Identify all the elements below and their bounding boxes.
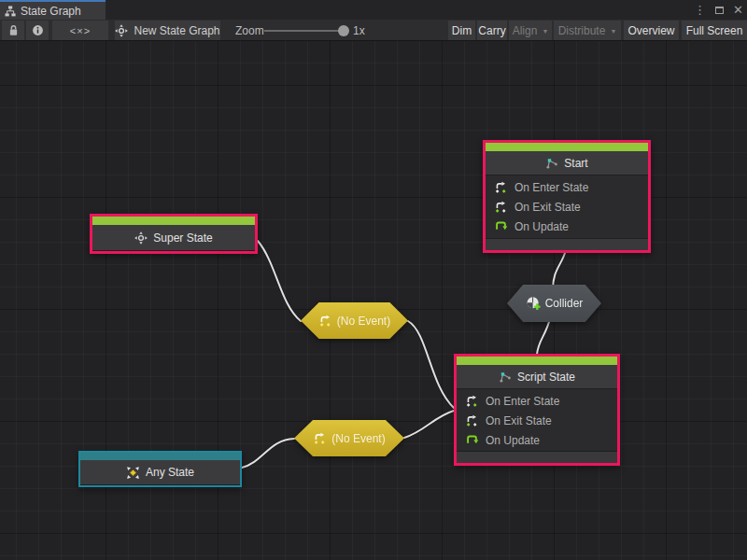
event-row-on-enter[interactable]: On Enter State <box>457 391 617 411</box>
no-event-icon <box>313 431 327 445</box>
event-label: On Enter State <box>514 181 588 194</box>
graph-toolbar: <×> New State Graph Zoom 1x Dim Carry Al… <box>0 20 747 41</box>
on-update-icon <box>494 219 508 233</box>
collider-icon <box>526 296 541 311</box>
state-header-bar <box>486 143 648 151</box>
full-screen-button[interactable]: Full Screen <box>682 21 747 40</box>
node-script-state[interactable]: Script State On Enter State <box>454 354 620 466</box>
distribute-button-label: Distribute <box>558 24 606 37</box>
on-enter-state-icon <box>494 180 508 194</box>
window-maximize-icon[interactable] <box>715 7 724 14</box>
code-view-button[interactable]: <×> <box>52 21 108 40</box>
node-any-state[interactable]: Any State <box>78 451 242 487</box>
zoom-slider[interactable] <box>264 30 344 32</box>
on-exit-state-icon <box>465 413 479 427</box>
full-screen-button-label: Full Screen <box>686 24 743 37</box>
graph-name-label: New State Graph <box>134 24 219 37</box>
event-row-on-update[interactable]: On Update <box>486 217 648 236</box>
wire-noevent-to-scriptstate[interactable] <box>408 321 454 408</box>
node-footer <box>457 451 617 463</box>
node-collider-transition[interactable]: Collider <box>507 285 601 322</box>
node-title: Script State <box>517 371 575 384</box>
tab-label: State Graph <box>21 5 81 18</box>
graph-canvas[interactable]: Super State Start <box>0 41 747 560</box>
state-header-bar <box>457 357 617 365</box>
node-footer <box>486 238 648 250</box>
node-start[interactable]: Start On Enter State <box>483 140 651 253</box>
align-button-label: Align <box>513 24 538 37</box>
window-menu-icon[interactable]: ⋮ <box>694 4 706 16</box>
lock-button[interactable] <box>2 21 24 40</box>
transition-label: Collider <box>545 297 584 310</box>
info-icon <box>32 24 44 36</box>
event-row-on-enter[interactable]: On Enter State <box>486 177 648 197</box>
tab-strip: State Graph ⋮ ✕ <box>0 0 747 20</box>
node-title: Super State <box>153 231 212 245</box>
overview-button[interactable]: Overview <box>624 21 679 40</box>
event-label: On Update <box>486 434 540 447</box>
lock-icon <box>8 24 19 36</box>
graph-icon <box>115 24 128 37</box>
chevron-down-icon: ▼ <box>610 28 616 35</box>
zoom-label: Zoom <box>235 20 264 41</box>
code-icon: <×> <box>70 25 91 36</box>
distribute-button: Distribute ▼ <box>554 21 621 40</box>
event-label: On Exit State <box>514 201 581 214</box>
overview-button-label: Overview <box>627 24 674 37</box>
dim-button-label: Dim <box>452 24 472 37</box>
transition-label: (No Event) <box>331 432 385 445</box>
tab-state-graph[interactable]: State Graph <box>0 0 106 20</box>
node-title: Start <box>564 157 587 170</box>
carry-button-label: Carry <box>478 24 505 37</box>
carry-button[interactable]: Carry <box>477 21 507 40</box>
super-state-icon <box>134 231 148 245</box>
transition-label: (No Event) <box>337 315 390 328</box>
node-super-state[interactable]: Super State <box>90 214 258 254</box>
state-graph-tab-icon <box>5 6 16 17</box>
dim-button[interactable]: Dim <box>448 21 475 40</box>
on-update-icon <box>465 433 479 447</box>
node-title: Any State <box>146 466 194 479</box>
zoom-value: 1x <box>353 20 365 41</box>
event-label: On Enter State <box>486 395 559 408</box>
event-label: On Exit State <box>486 414 552 427</box>
any-state-icon <box>126 466 140 480</box>
state-header-bar <box>92 217 255 225</box>
flow-graph-icon <box>545 158 558 169</box>
no-event-icon <box>318 314 332 328</box>
chevron-down-icon: ▼ <box>542 28 548 35</box>
node-no-event-transition-top[interactable]: (No Event) <box>301 302 408 339</box>
event-label: On Update <box>514 220 569 233</box>
graph-breadcrumb[interactable]: New State Graph <box>115 21 220 40</box>
any-state-header-bar <box>80 453 240 460</box>
node-no-event-transition-bottom[interactable]: (No Event) <box>294 420 404 456</box>
on-exit-state-icon <box>494 200 508 214</box>
window-close-icon[interactable]: ✕ <box>733 4 743 16</box>
align-button: Align ▼ <box>509 21 552 40</box>
event-row-on-update[interactable]: On Update <box>457 430 617 450</box>
info-button[interactable] <box>26 21 49 40</box>
on-enter-state-icon <box>465 394 479 408</box>
event-row-on-exit[interactable]: On Exit State <box>486 197 648 217</box>
flow-graph-icon <box>499 371 512 383</box>
event-row-on-exit[interactable]: On Exit State <box>457 411 617 430</box>
zoom-slider-handle[interactable] <box>338 25 349 36</box>
